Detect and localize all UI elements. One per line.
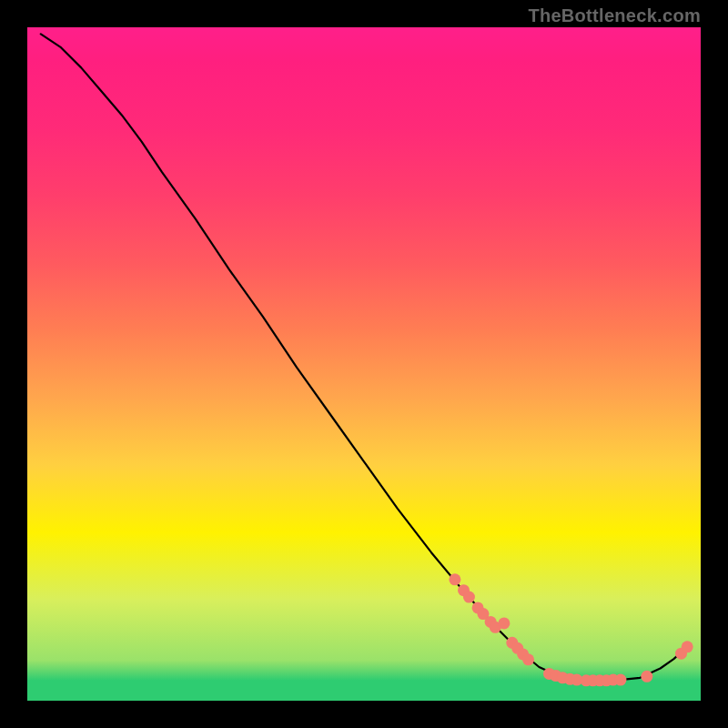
scatter-point — [463, 592, 475, 603]
scatter-point — [522, 653, 534, 665]
scatter-point — [682, 641, 693, 652]
plot-area — [27, 27, 701, 701]
plot-svg — [27, 27, 701, 701]
fit-curve-path — [41, 34, 687, 680]
watermark-text: TheBottleneck.com — [528, 5, 701, 26]
fit-curve — [41, 34, 687, 680]
scatter-point — [614, 674, 626, 686]
scatter-point — [498, 617, 510, 629]
chart-stage: TheBottleneck.com — [0, 0, 728, 728]
scatter-point — [449, 573, 460, 585]
scatter-point — [641, 671, 652, 682]
